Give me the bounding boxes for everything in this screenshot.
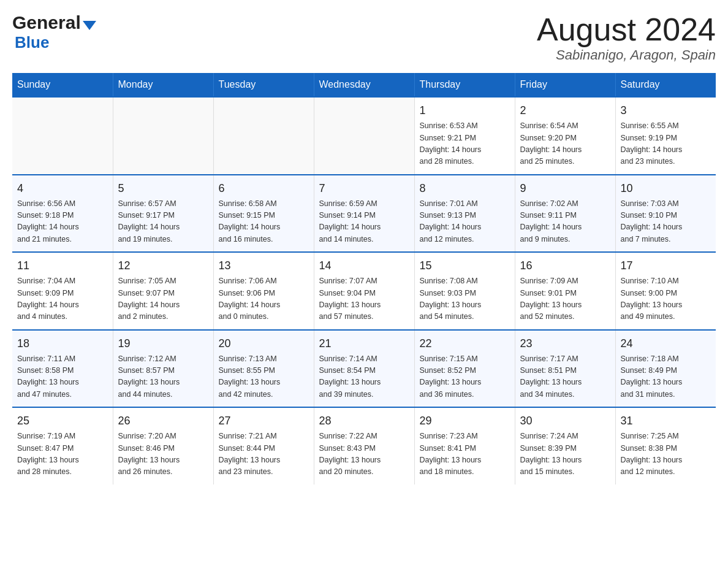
day-number: 5 xyxy=(118,180,208,197)
calendar-body: 1Sunrise: 6:53 AM Sunset: 9:21 PM Daylig… xyxy=(12,97,716,484)
day-info: Sunrise: 7:23 AM Sunset: 8:41 PM Dayligh… xyxy=(420,431,510,478)
day-info: Sunrise: 7:09 AM Sunset: 9:01 PM Dayligh… xyxy=(520,275,610,323)
day-info: Sunrise: 7:15 AM Sunset: 8:52 PM Dayligh… xyxy=(420,353,510,401)
calendar-cell: 22Sunrise: 7:15 AM Sunset: 8:52 PM Dayli… xyxy=(414,330,515,408)
page-header: General Blue August 2024 Sabinanigo, Ara… xyxy=(12,12,716,63)
day-number: 6 xyxy=(219,180,309,197)
calendar-cell: 31Sunrise: 7:25 AM Sunset: 8:38 PM Dayli… xyxy=(615,407,716,484)
calendar-cell: 1Sunrise: 6:53 AM Sunset: 9:21 PM Daylig… xyxy=(414,97,515,175)
calendar-cell: 9Sunrise: 7:02 AM Sunset: 9:11 PM Daylig… xyxy=(515,175,615,253)
day-info: Sunrise: 7:06 AM Sunset: 9:06 PM Dayligh… xyxy=(219,275,309,323)
calendar-week-row: 11Sunrise: 7:04 AM Sunset: 9:09 PM Dayli… xyxy=(12,252,716,330)
day-number: 31 xyxy=(621,413,711,429)
calendar-cell xyxy=(314,97,414,175)
day-number: 15 xyxy=(420,258,510,274)
day-info: Sunrise: 7:07 AM Sunset: 9:04 PM Dayligh… xyxy=(319,275,409,323)
day-number: 1 xyxy=(420,102,510,119)
calendar-cell: 7Sunrise: 6:59 AM Sunset: 9:14 PM Daylig… xyxy=(314,175,414,253)
day-info: Sunrise: 7:13 AM Sunset: 8:55 PM Dayligh… xyxy=(219,353,309,401)
calendar-cell: 3Sunrise: 6:55 AM Sunset: 9:19 PM Daylig… xyxy=(615,97,716,175)
calendar-cell: 30Sunrise: 7:24 AM Sunset: 8:39 PM Dayli… xyxy=(515,407,615,484)
calendar-cell: 24Sunrise: 7:18 AM Sunset: 8:49 PM Dayli… xyxy=(615,330,716,408)
title-section: August 2024 Sabinanigo, Aragon, Spain xyxy=(537,12,716,63)
day-number: 18 xyxy=(17,335,108,352)
location-title: Sabinanigo, Aragon, Spain xyxy=(537,47,716,63)
day-info: Sunrise: 6:59 AM Sunset: 9:14 PM Dayligh… xyxy=(319,198,409,246)
calendar-table: SundayMondayTuesdayWednesdayThursdayFrid… xyxy=(12,73,716,484)
day-info: Sunrise: 7:20 AM Sunset: 8:46 PM Dayligh… xyxy=(118,431,208,478)
calendar-cell: 20Sunrise: 7:13 AM Sunset: 8:55 PM Dayli… xyxy=(213,330,314,408)
day-info: Sunrise: 7:12 AM Sunset: 8:57 PM Dayligh… xyxy=(118,353,208,401)
day-info: Sunrise: 7:02 AM Sunset: 9:11 PM Dayligh… xyxy=(520,198,610,246)
calendar-week-row: 4Sunrise: 6:56 AM Sunset: 9:18 PM Daylig… xyxy=(12,175,716,253)
day-info: Sunrise: 7:05 AM Sunset: 9:07 PM Dayligh… xyxy=(118,275,208,323)
logo: General Blue xyxy=(12,12,96,52)
calendar-cell: 10Sunrise: 7:03 AM Sunset: 9:10 PM Dayli… xyxy=(615,175,716,253)
day-info: Sunrise: 6:55 AM Sunset: 9:19 PM Dayligh… xyxy=(621,120,711,168)
day-info: Sunrise: 7:21 AM Sunset: 8:44 PM Dayligh… xyxy=(219,431,309,478)
day-info: Sunrise: 7:19 AM Sunset: 8:47 PM Dayligh… xyxy=(17,431,108,478)
calendar-header: SundayMondayTuesdayWednesdayThursdayFrid… xyxy=(12,73,716,97)
calendar-cell: 27Sunrise: 7:21 AM Sunset: 8:44 PM Dayli… xyxy=(213,407,314,484)
day-number: 12 xyxy=(118,258,208,274)
weekday-header-thursday: Thursday xyxy=(414,73,515,97)
day-number: 25 xyxy=(17,413,108,429)
day-info: Sunrise: 7:22 AM Sunset: 8:43 PM Dayligh… xyxy=(319,431,409,478)
day-info: Sunrise: 7:25 AM Sunset: 8:38 PM Dayligh… xyxy=(621,431,711,478)
calendar-cell: 6Sunrise: 6:58 AM Sunset: 9:15 PM Daylig… xyxy=(213,175,314,253)
calendar-cell: 12Sunrise: 7:05 AM Sunset: 9:07 PM Dayli… xyxy=(113,252,213,330)
weekday-header-tuesday: Tuesday xyxy=(213,73,314,97)
day-number: 23 xyxy=(520,335,610,352)
calendar-cell: 2Sunrise: 6:54 AM Sunset: 9:20 PM Daylig… xyxy=(515,97,615,175)
weekday-header-wednesday: Wednesday xyxy=(314,73,414,97)
weekday-header-sunday: Sunday xyxy=(12,73,113,97)
calendar-cell: 29Sunrise: 7:23 AM Sunset: 8:41 PM Dayli… xyxy=(414,407,515,484)
weekday-header-saturday: Saturday xyxy=(615,73,716,97)
calendar-week-row: 1Sunrise: 6:53 AM Sunset: 9:21 PM Daylig… xyxy=(12,97,716,175)
day-number: 3 xyxy=(621,102,711,119)
day-info: Sunrise: 7:03 AM Sunset: 9:10 PM Dayligh… xyxy=(621,198,711,246)
weekday-header-row: SundayMondayTuesdayWednesdayThursdayFrid… xyxy=(12,73,716,97)
logo-blue: Blue xyxy=(15,33,49,52)
day-number: 4 xyxy=(17,180,108,197)
day-number: 14 xyxy=(319,258,409,274)
day-info: Sunrise: 7:17 AM Sunset: 8:51 PM Dayligh… xyxy=(520,353,610,401)
calendar-cell: 5Sunrise: 6:57 AM Sunset: 9:17 PM Daylig… xyxy=(113,175,213,253)
calendar-cell: 14Sunrise: 7:07 AM Sunset: 9:04 PM Dayli… xyxy=(314,252,414,330)
day-number: 22 xyxy=(420,335,510,352)
day-info: Sunrise: 7:01 AM Sunset: 9:13 PM Dayligh… xyxy=(420,198,510,246)
day-number: 20 xyxy=(219,335,309,352)
day-number: 26 xyxy=(118,413,208,429)
day-info: Sunrise: 6:56 AM Sunset: 9:18 PM Dayligh… xyxy=(17,198,108,246)
day-info: Sunrise: 6:54 AM Sunset: 9:20 PM Dayligh… xyxy=(520,120,610,168)
day-info: Sunrise: 6:58 AM Sunset: 9:15 PM Dayligh… xyxy=(219,198,309,246)
calendar-cell: 15Sunrise: 7:08 AM Sunset: 9:03 PM Dayli… xyxy=(414,252,515,330)
calendar-cell: 28Sunrise: 7:22 AM Sunset: 8:43 PM Dayli… xyxy=(314,407,414,484)
day-number: 13 xyxy=(219,258,309,274)
calendar-cell: 23Sunrise: 7:17 AM Sunset: 8:51 PM Dayli… xyxy=(515,330,615,408)
calendar-cell: 19Sunrise: 7:12 AM Sunset: 8:57 PM Dayli… xyxy=(113,330,213,408)
day-info: Sunrise: 7:08 AM Sunset: 9:03 PM Dayligh… xyxy=(420,275,510,323)
day-number: 9 xyxy=(520,180,610,197)
day-info: Sunrise: 6:57 AM Sunset: 9:17 PM Dayligh… xyxy=(118,198,208,246)
calendar-cell xyxy=(213,97,314,175)
day-number: 21 xyxy=(319,335,409,352)
calendar-cell: 25Sunrise: 7:19 AM Sunset: 8:47 PM Dayli… xyxy=(12,407,113,484)
day-number: 24 xyxy=(621,335,711,352)
day-number: 16 xyxy=(520,258,610,274)
day-info: Sunrise: 6:53 AM Sunset: 9:21 PM Dayligh… xyxy=(420,120,510,168)
calendar-cell xyxy=(12,97,113,175)
day-info: Sunrise: 7:04 AM Sunset: 9:09 PM Dayligh… xyxy=(17,275,108,323)
day-number: 27 xyxy=(219,413,309,429)
day-info: Sunrise: 7:24 AM Sunset: 8:39 PM Dayligh… xyxy=(520,431,610,478)
calendar-cell xyxy=(113,97,213,175)
day-info: Sunrise: 7:18 AM Sunset: 8:49 PM Dayligh… xyxy=(621,353,711,401)
day-number: 2 xyxy=(520,102,610,119)
calendar-cell: 21Sunrise: 7:14 AM Sunset: 8:54 PM Dayli… xyxy=(314,330,414,408)
day-number: 11 xyxy=(17,258,108,274)
day-number: 7 xyxy=(319,180,409,197)
calendar-cell: 17Sunrise: 7:10 AM Sunset: 9:00 PM Dayli… xyxy=(615,252,716,330)
calendar-cell: 13Sunrise: 7:06 AM Sunset: 9:06 PM Dayli… xyxy=(213,252,314,330)
logo-general: General xyxy=(12,12,81,33)
calendar-week-row: 25Sunrise: 7:19 AM Sunset: 8:47 PM Dayli… xyxy=(12,407,716,484)
